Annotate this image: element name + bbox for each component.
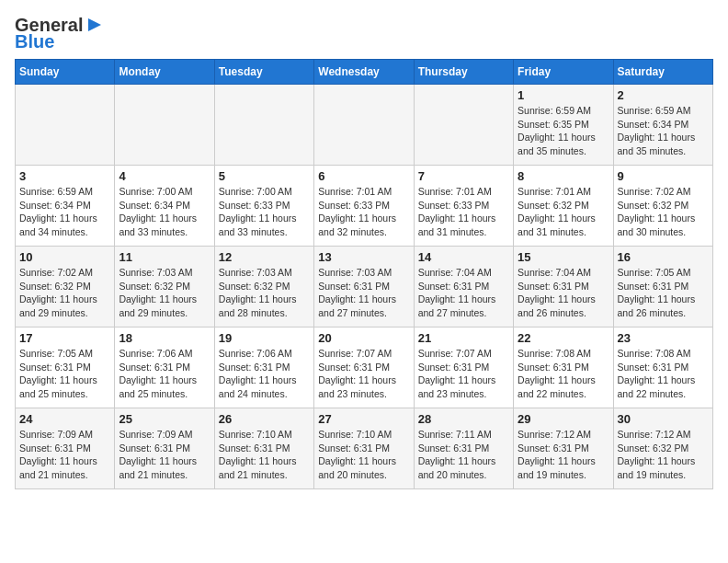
day-number: 23	[618, 331, 709, 345]
day-info: Sunrise: 7:01 AM Sunset: 6:33 PM Dayligh…	[318, 185, 409, 239]
calendar-day-cell: 3Sunrise: 6:59 AM Sunset: 6:34 PM Daylig…	[16, 166, 115, 247]
day-info: Sunrise: 6:59 AM Sunset: 6:34 PM Dayligh…	[618, 104, 709, 158]
day-info: Sunrise: 7:07 AM Sunset: 6:31 PM Dayligh…	[318, 347, 409, 401]
day-number: 15	[518, 250, 609, 264]
empty-cell	[214, 85, 313, 166]
day-number: 13	[318, 250, 409, 264]
calendar-day-cell: 1Sunrise: 6:59 AM Sunset: 6:35 PM Daylig…	[514, 85, 613, 166]
calendar-day-cell: 16Sunrise: 7:05 AM Sunset: 6:31 PM Dayli…	[613, 247, 712, 327]
calendar-day-cell: 17Sunrise: 7:05 AM Sunset: 6:31 PM Dayli…	[16, 327, 115, 408]
calendar-day-cell: 23Sunrise: 7:08 AM Sunset: 6:31 PM Dayli…	[613, 327, 712, 408]
weekday-header-tuesday: Tuesday	[214, 60, 313, 85]
calendar-week-row: 1Sunrise: 6:59 AM Sunset: 6:35 PM Daylig…	[16, 85, 713, 166]
calendar-day-cell: 6Sunrise: 7:01 AM Sunset: 6:33 PM Daylig…	[314, 166, 414, 247]
calendar-day-cell: 28Sunrise: 7:11 AM Sunset: 6:31 PM Dayli…	[414, 408, 513, 489]
calendar-day-cell: 30Sunrise: 7:12 AM Sunset: 6:32 PM Dayli…	[613, 408, 712, 489]
calendar-day-cell: 15Sunrise: 7:04 AM Sunset: 6:31 PM Dayli…	[514, 247, 613, 327]
day-number: 25	[119, 412, 210, 426]
day-number: 17	[19, 331, 110, 345]
empty-cell	[16, 85, 115, 166]
day-number: 26	[219, 412, 310, 426]
calendar-day-cell: 19Sunrise: 7:06 AM Sunset: 6:31 PM Dayli…	[214, 327, 313, 408]
day-info: Sunrise: 7:09 AM Sunset: 6:31 PM Dayligh…	[119, 428, 210, 482]
day-number: 12	[219, 250, 310, 264]
calendar-day-cell: 7Sunrise: 7:01 AM Sunset: 6:33 PM Daylig…	[414, 166, 513, 247]
weekday-header-saturday: Saturday	[613, 60, 712, 85]
day-info: Sunrise: 7:01 AM Sunset: 6:33 PM Dayligh…	[418, 185, 509, 239]
logo: General Blue	[15, 15, 105, 52]
day-number: 30	[618, 412, 709, 426]
day-number: 3	[19, 169, 110, 183]
day-number: 16	[618, 250, 709, 264]
calendar-week-row: 24Sunrise: 7:09 AM Sunset: 6:31 PM Dayli…	[16, 408, 713, 489]
calendar-day-cell: 8Sunrise: 7:01 AM Sunset: 6:32 PM Daylig…	[514, 166, 613, 247]
weekday-header-sunday: Sunday	[16, 60, 115, 85]
day-number: 28	[418, 412, 509, 426]
calendar-day-cell: 5Sunrise: 7:00 AM Sunset: 6:33 PM Daylig…	[214, 166, 313, 247]
calendar-day-cell: 9Sunrise: 7:02 AM Sunset: 6:32 PM Daylig…	[613, 166, 712, 247]
day-number: 8	[518, 169, 609, 183]
calendar-day-cell: 27Sunrise: 7:10 AM Sunset: 6:31 PM Dayli…	[314, 408, 414, 489]
day-number: 2	[618, 88, 709, 102]
day-info: Sunrise: 7:02 AM Sunset: 6:32 PM Dayligh…	[19, 266, 110, 320]
day-number: 7	[418, 169, 509, 183]
calendar-day-cell: 29Sunrise: 7:12 AM Sunset: 6:31 PM Dayli…	[514, 408, 613, 489]
day-info: Sunrise: 7:12 AM Sunset: 6:31 PM Dayligh…	[518, 428, 609, 482]
calendar-day-cell: 4Sunrise: 7:00 AM Sunset: 6:34 PM Daylig…	[115, 166, 214, 247]
calendar-day-cell: 25Sunrise: 7:09 AM Sunset: 6:31 PM Dayli…	[115, 408, 214, 489]
empty-cell	[414, 85, 513, 166]
day-info: Sunrise: 7:08 AM Sunset: 6:31 PM Dayligh…	[618, 347, 709, 401]
calendar-day-cell: 20Sunrise: 7:07 AM Sunset: 6:31 PM Dayli…	[314, 327, 414, 408]
weekday-header-thursday: Thursday	[414, 60, 513, 85]
day-number: 5	[219, 169, 310, 183]
day-info: Sunrise: 7:04 AM Sunset: 6:31 PM Dayligh…	[418, 266, 509, 320]
day-info: Sunrise: 7:12 AM Sunset: 6:32 PM Dayligh…	[618, 428, 709, 482]
day-info: Sunrise: 7:11 AM Sunset: 6:31 PM Dayligh…	[418, 428, 509, 482]
day-number: 1	[518, 88, 609, 102]
svg-marker-0	[88, 18, 101, 31]
empty-cell	[314, 85, 414, 166]
calendar-day-cell: 13Sunrise: 7:03 AM Sunset: 6:31 PM Dayli…	[314, 247, 414, 327]
calendar-week-row: 3Sunrise: 6:59 AM Sunset: 6:34 PM Daylig…	[16, 166, 713, 247]
calendar-week-row: 10Sunrise: 7:02 AM Sunset: 6:32 PM Dayli…	[16, 247, 713, 327]
day-number: 21	[418, 331, 509, 345]
day-info: Sunrise: 7:06 AM Sunset: 6:31 PM Dayligh…	[219, 347, 310, 401]
logo-blue: Blue	[15, 31, 54, 52]
day-info: Sunrise: 7:03 AM Sunset: 6:32 PM Dayligh…	[119, 266, 210, 320]
day-number: 18	[119, 331, 210, 345]
day-info: Sunrise: 7:10 AM Sunset: 6:31 PM Dayligh…	[219, 428, 310, 482]
day-number: 22	[518, 331, 609, 345]
page-header: General Blue	[15, 15, 713, 52]
logo-arrow-icon	[85, 15, 105, 35]
day-number: 14	[418, 250, 509, 264]
day-info: Sunrise: 7:03 AM Sunset: 6:32 PM Dayligh…	[219, 266, 310, 320]
day-info: Sunrise: 7:04 AM Sunset: 6:31 PM Dayligh…	[518, 266, 609, 320]
day-number: 10	[19, 250, 110, 264]
day-number: 19	[219, 331, 310, 345]
day-number: 20	[318, 331, 409, 345]
day-info: Sunrise: 6:59 AM Sunset: 6:35 PM Dayligh…	[518, 104, 609, 158]
calendar-day-cell: 24Sunrise: 7:09 AM Sunset: 6:31 PM Dayli…	[16, 408, 115, 489]
day-info: Sunrise: 7:02 AM Sunset: 6:32 PM Dayligh…	[618, 185, 709, 239]
calendar-day-cell: 21Sunrise: 7:07 AM Sunset: 6:31 PM Dayli…	[414, 327, 513, 408]
day-number: 27	[318, 412, 409, 426]
calendar-day-cell: 22Sunrise: 7:08 AM Sunset: 6:31 PM Dayli…	[514, 327, 613, 408]
calendar-day-cell: 26Sunrise: 7:10 AM Sunset: 6:31 PM Dayli…	[214, 408, 313, 489]
day-info: Sunrise: 7:01 AM Sunset: 6:32 PM Dayligh…	[518, 185, 609, 239]
day-number: 4	[119, 169, 210, 183]
weekday-header-row: SundayMondayTuesdayWednesdayThursdayFrid…	[16, 60, 713, 85]
day-info: Sunrise: 7:10 AM Sunset: 6:31 PM Dayligh…	[318, 428, 409, 482]
day-info: Sunrise: 7:06 AM Sunset: 6:31 PM Dayligh…	[119, 347, 210, 401]
day-info: Sunrise: 6:59 AM Sunset: 6:34 PM Dayligh…	[19, 185, 110, 239]
day-number: 6	[318, 169, 409, 183]
day-number: 29	[518, 412, 609, 426]
calendar-day-cell: 14Sunrise: 7:04 AM Sunset: 6:31 PM Dayli…	[414, 247, 513, 327]
weekday-header-wednesday: Wednesday	[314, 60, 414, 85]
calendar-day-cell: 18Sunrise: 7:06 AM Sunset: 6:31 PM Dayli…	[115, 327, 214, 408]
day-info: Sunrise: 7:05 AM Sunset: 6:31 PM Dayligh…	[19, 347, 110, 401]
day-info: Sunrise: 7:00 AM Sunset: 6:34 PM Dayligh…	[119, 185, 210, 239]
day-info: Sunrise: 7:00 AM Sunset: 6:33 PM Dayligh…	[219, 185, 310, 239]
weekday-header-friday: Friday	[514, 60, 613, 85]
calendar-table: SundayMondayTuesdayWednesdayThursdayFrid…	[15, 59, 713, 489]
calendar-day-cell: 11Sunrise: 7:03 AM Sunset: 6:32 PM Dayli…	[115, 247, 214, 327]
